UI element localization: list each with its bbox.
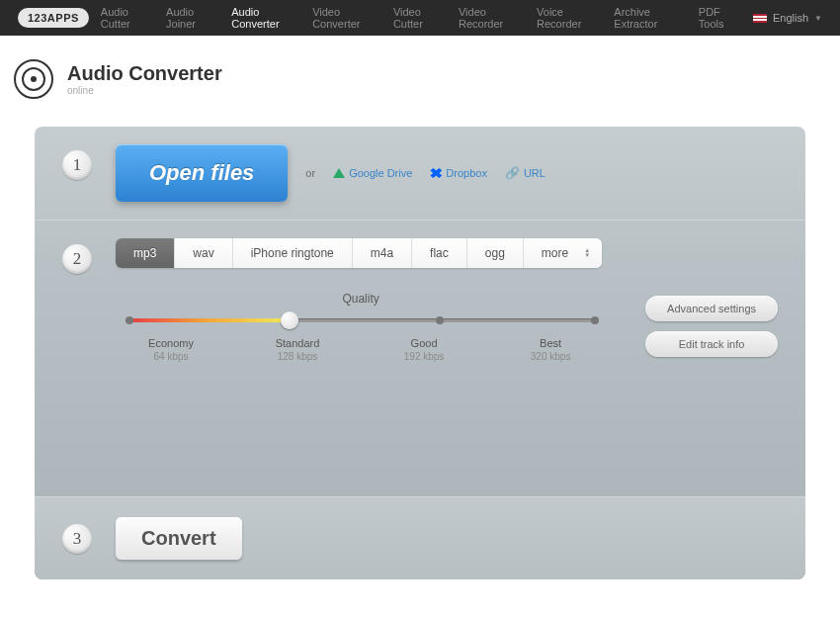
slider-stop-economy <box>126 316 133 324</box>
format-tab-m4a[interactable]: m4a <box>353 238 412 268</box>
nav-video-recorder[interactable]: Video Recorder <box>459 6 523 30</box>
logo[interactable]: 123APPS <box>18 8 89 28</box>
page-subtitle: online <box>67 85 222 96</box>
google-drive-icon <box>333 168 345 178</box>
nav-video-cutter[interactable]: Video Cutter <box>393 6 445 30</box>
page-title: Audio Converter <box>67 62 222 85</box>
step-2-row: 2 mp3 wav iPhone ringtone m4a flac ogg m… <box>35 220 805 496</box>
quality-good-rate: 192 kbps <box>361 351 487 362</box>
or-label: or <box>305 167 315 179</box>
format-more-label: more <box>542 246 568 260</box>
source-url[interactable]: 🔗 URL <box>505 166 546 180</box>
nav-pdf-tools[interactable]: PDF Tools <box>699 6 741 30</box>
url-label: URL <box>524 167 546 179</box>
quality-slider[interactable] <box>126 313 596 327</box>
format-tab-mp3[interactable]: mp3 <box>116 238 175 268</box>
link-icon: 🔗 <box>505 166 520 180</box>
quality-economy-rate: 64 kbps <box>108 351 234 362</box>
open-files-button[interactable]: Open files <box>116 144 288 202</box>
slider-stop-good <box>436 316 444 324</box>
edit-track-info-button[interactable]: Edit track info <box>645 331 778 357</box>
chevron-down-icon: ▼ <box>814 14 822 23</box>
nav-audio-joiner[interactable]: Audio Joiner <box>166 6 217 30</box>
slider-knob[interactable] <box>281 311 298 329</box>
language-label: English <box>773 12 808 24</box>
format-tab-more[interactable]: more ▲▼ <box>524 238 602 268</box>
source-google-drive[interactable]: Google Drive <box>333 167 412 179</box>
step-1-number: 1 <box>62 150 92 180</box>
page-header: Audio Converter online <box>0 36 840 127</box>
language-selector[interactable]: English ▼ <box>753 12 822 24</box>
format-tab-ogg[interactable]: ogg <box>467 238 524 268</box>
dropbox-label: Dropbox <box>446 167 487 179</box>
main-card: 1 Open files or Google Drive Dropbox 🔗 U… <box>35 127 805 579</box>
quality-title: Quality <box>116 292 606 306</box>
convert-button[interactable]: Convert <box>116 517 242 560</box>
nav-archive-extractor[interactable]: Archive Extractor <box>614 6 685 30</box>
advanced-settings-button[interactable]: Advanced settings <box>645 296 778 321</box>
nav-video-converter[interactable]: Video Converter <box>312 6 379 30</box>
slider-stop-best <box>591 316 599 324</box>
slider-fill <box>126 318 286 322</box>
quality-economy-name: Economy <box>108 337 234 349</box>
step-3-number: 3 <box>62 524 92 554</box>
nav-voice-recorder[interactable]: Voice Recorder <box>537 6 600 30</box>
flag-icon <box>753 14 767 23</box>
step-1-row: 1 Open files or Google Drive Dropbox 🔗 U… <box>35 127 805 220</box>
audio-converter-icon <box>14 59 53 99</box>
google-drive-label: Google Drive <box>349 167 412 179</box>
step-2-number: 2 <box>62 244 92 274</box>
nav-audio-cutter[interactable]: Audio Cutter <box>101 6 152 30</box>
quality-labels: Economy64 kbps Standard128 kbps Good192 … <box>108 337 614 362</box>
quality-standard-name: Standard <box>234 337 361 349</box>
updown-arrows-icon: ▲▼ <box>584 248 590 258</box>
format-tab-iphone-ringtone[interactable]: iPhone ringtone <box>233 238 353 268</box>
nav-audio-converter[interactable]: Audio Converter <box>231 6 298 30</box>
quality-good-name: Good <box>361 337 487 349</box>
format-tab-flac[interactable]: flac <box>412 238 467 268</box>
format-tab-wav[interactable]: wav <box>175 238 232 268</box>
source-dropbox[interactable]: Dropbox <box>430 167 487 179</box>
quality-standard-rate: 128 kbps <box>234 351 361 362</box>
nav-links: Audio Cutter Audio Joiner Audio Converte… <box>101 6 741 30</box>
step-3-section: 3 Convert <box>35 496 805 579</box>
quality-best-name: Best <box>487 337 614 349</box>
quality-best-rate: 320 kbps <box>487 351 614 362</box>
top-navbar: 123APPS Audio Cutter Audio Joiner Audio … <box>0 0 840 36</box>
format-tabs: mp3 wav iPhone ringtone m4a flac ogg mor… <box>116 238 602 268</box>
dropbox-icon <box>430 168 442 178</box>
